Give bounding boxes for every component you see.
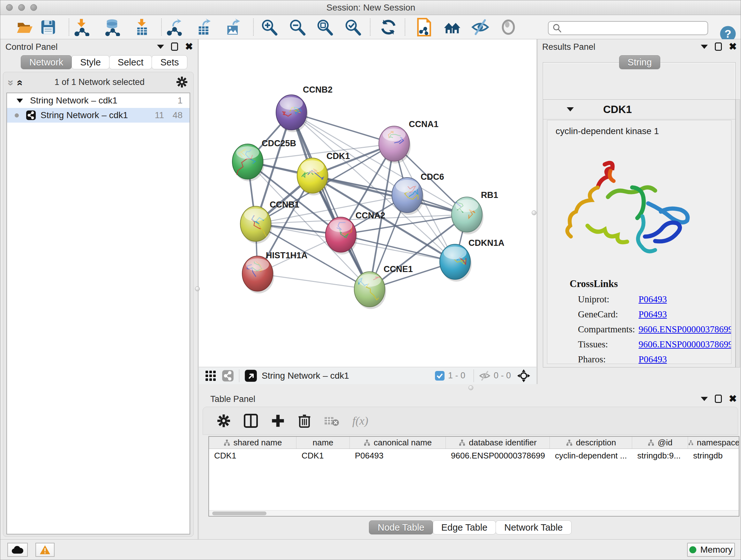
node-hist1h1a[interactable]: HIST1H1A xyxy=(242,251,308,294)
hidden-eye-slash-icon xyxy=(479,370,490,381)
export-image-button[interactable] xyxy=(223,17,244,37)
search-input[interactable] xyxy=(564,22,708,34)
panel-float-button[interactable] xyxy=(171,43,178,51)
scrollbar-thumb[interactable] xyxy=(212,511,266,515)
import-network-from-database-button[interactable] xyxy=(102,17,122,37)
import-network-from-file-button[interactable] xyxy=(71,17,91,37)
tab-string[interactable]: String xyxy=(619,55,661,69)
delete-table-button[interactable] xyxy=(324,415,339,427)
memory-button[interactable]: Memory xyxy=(687,543,735,557)
panel-menu-button[interactable] xyxy=(157,45,164,49)
crosslink-uniprot-link[interactable]: P06493 xyxy=(638,294,667,305)
node-rb1[interactable]: RB1 xyxy=(452,190,498,234)
open-session-button[interactable] xyxy=(14,17,35,37)
birds-eye-view-button[interactable] xyxy=(517,369,531,383)
splitter-grip[interactable] xyxy=(532,210,536,215)
table-cell[interactable]: CDK1 xyxy=(296,449,350,462)
function-builder-button[interactable]: f(x) xyxy=(352,414,368,428)
expand-all-networks-button[interactable]: « xyxy=(14,76,23,88)
column-header[interactable]: canonical name xyxy=(350,437,446,449)
tab-sets[interactable]: Sets xyxy=(151,55,187,69)
window-close-button[interactable] xyxy=(6,4,13,11)
show-columns-button[interactable] xyxy=(244,414,258,428)
node-ccne1[interactable]: CCNE1 xyxy=(354,264,413,309)
collection-count: 1 xyxy=(178,96,183,106)
crosslink-compartments-link[interactable]: 9606.ENSP00000378699 xyxy=(638,324,731,334)
network-options-button[interactable] xyxy=(176,76,188,88)
tab-network[interactable]: Network xyxy=(21,55,72,69)
warnings-button[interactable] xyxy=(36,543,55,557)
column-header[interactable]: shared name xyxy=(209,437,296,449)
tab-style[interactable]: Style xyxy=(71,55,109,69)
zoom-in-button[interactable] xyxy=(259,17,279,37)
table-cell[interactable]: P06493 xyxy=(350,449,446,462)
crosslink-pharos-link[interactable]: P06493 xyxy=(638,354,667,364)
column-header[interactable]: name xyxy=(296,437,350,449)
column-header[interactable]: description xyxy=(550,437,632,449)
table-panel: Table Panel ✖ xyxy=(199,391,741,539)
zoom-selected-button[interactable] xyxy=(342,17,363,37)
import-table-from-file-button[interactable] xyxy=(131,17,152,37)
network-row[interactable]: String Network – cdk1 11 48 xyxy=(7,108,190,123)
detach-view-button[interactable] xyxy=(245,369,257,382)
tree-expand-icon[interactable] xyxy=(17,99,23,103)
panel-close-button[interactable]: ✖ xyxy=(185,43,193,51)
network-canvas[interactable]: CCNB2CCNA1CDC25BCDK1CDC6RB1CCNB1CCNA2CDK… xyxy=(202,39,534,367)
node-ccnb2[interactable]: CCNB2 xyxy=(276,85,333,132)
export-table-button[interactable] xyxy=(194,17,214,37)
tab-select[interactable]: Select xyxy=(109,55,152,69)
window-minimize-button[interactable] xyxy=(18,4,25,11)
grid-view-button[interactable] xyxy=(205,370,216,381)
table-cell[interactable]: stringdb:9... xyxy=(632,449,688,462)
panel-menu-button[interactable] xyxy=(701,397,708,401)
node-ccnb1[interactable]: CCNB1 xyxy=(240,200,299,244)
column-header[interactable]: namespace xyxy=(688,437,739,449)
edge[interactable] xyxy=(258,273,369,289)
crosslink-genecard-link[interactable]: P06493 xyxy=(638,309,667,320)
cloud-status-button[interactable] xyxy=(7,543,28,557)
splitter-grip[interactable] xyxy=(468,385,473,390)
selected-checkbox-icon[interactable] xyxy=(434,371,445,381)
node-cdc6[interactable]: CDC6 xyxy=(392,172,444,215)
edge[interactable] xyxy=(291,112,369,289)
panel-float-button[interactable] xyxy=(715,43,722,51)
tab-network-table[interactable]: Network Table xyxy=(495,520,571,535)
panel-menu-button[interactable] xyxy=(701,45,708,49)
column-header[interactable]: database identifier xyxy=(446,437,550,449)
network-from-public-databases-button[interactable] xyxy=(414,17,434,37)
table-cell[interactable]: CDK1 xyxy=(209,449,296,462)
show-all-button[interactable] xyxy=(498,17,519,37)
table-row[interactable]: CDK1CDK1P064939606.ENSP00000378699cyclin… xyxy=(209,449,739,462)
zoom-out-button[interactable] xyxy=(287,17,307,37)
network-view-share-button[interactable] xyxy=(222,370,234,382)
window-zoom-button[interactable] xyxy=(30,4,37,11)
table-horizontal-scrollbar[interactable] xyxy=(209,510,739,516)
table-options-button[interactable] xyxy=(217,414,230,428)
table-cell[interactable]: cyclin-dependent ... xyxy=(550,449,632,462)
gene-section-header[interactable]: CDK1 xyxy=(543,100,735,119)
fit-content-button[interactable] xyxy=(314,17,335,37)
collapse-section-icon[interactable] xyxy=(567,107,574,111)
collapse-all-networks-button[interactable]: » xyxy=(9,76,14,88)
export-network-button[interactable] xyxy=(164,17,185,37)
tab-edge-table[interactable]: Edge Table xyxy=(433,520,496,535)
node-cdkn1a[interactable]: CDKN1A xyxy=(440,238,504,282)
delete-column-button[interactable] xyxy=(298,414,311,428)
hide-selected-button[interactable] xyxy=(470,17,490,37)
panel-close-button[interactable]: ✖ xyxy=(729,43,737,51)
panel-float-button[interactable] xyxy=(715,395,722,403)
save-session-button[interactable] xyxy=(38,17,58,37)
splitter-grip[interactable] xyxy=(195,287,200,291)
refresh-button[interactable] xyxy=(378,17,399,37)
table-cell[interactable]: 9606.ENSP00000378699 xyxy=(446,449,550,462)
create-column-button[interactable] xyxy=(271,414,285,428)
network-collection-row[interactable]: String Network – cdk1 1 xyxy=(7,93,190,108)
results-scrollbar[interactable] xyxy=(736,99,740,368)
panel-close-button[interactable]: ✖ xyxy=(729,395,737,403)
tab-node-table[interactable]: Node Table xyxy=(369,520,433,535)
crosslink-tissues-link[interactable]: 9606.ENSP00000378699 xyxy=(638,339,731,350)
table-cell[interactable]: stringdb xyxy=(688,449,739,462)
node-ccna1[interactable]: CCNA1 xyxy=(379,119,439,164)
first-neighbors-button[interactable] xyxy=(442,17,462,37)
column-header[interactable]: @id xyxy=(632,437,688,449)
